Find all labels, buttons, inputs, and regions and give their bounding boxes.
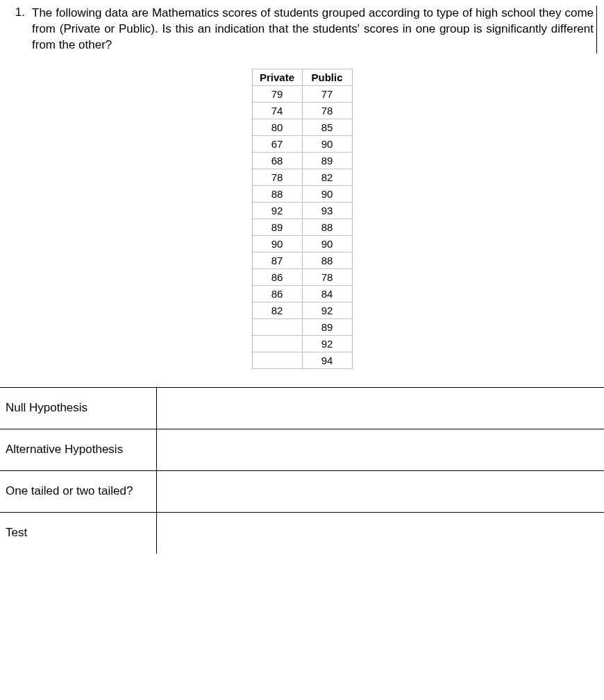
data-cell: 86: [252, 268, 302, 285]
table-row: 8085: [252, 119, 352, 135]
table-row: 9293: [252, 202, 352, 219]
data-cell: 89: [302, 152, 352, 169]
data-cell: 74: [252, 102, 302, 119]
data-cell: [252, 335, 302, 352]
table-row: 94: [252, 352, 352, 368]
answer-row: Test: [0, 512, 604, 553]
answer-label: Test: [0, 512, 156, 553]
table-row: 8988: [252, 219, 352, 235]
data-cell: 79: [252, 85, 302, 102]
data-cell: 80: [252, 119, 302, 135]
data-cell: [252, 318, 302, 335]
data-cell: 86: [252, 285, 302, 302]
table-row: 8890: [252, 185, 352, 202]
data-cell: 85: [302, 119, 352, 135]
answers-table: Null HypothesisAlternative HypothesisOne…: [0, 387, 604, 554]
question-number: 1.: [7, 6, 32, 19]
data-cell: 68: [252, 152, 302, 169]
data-cell: 88: [302, 252, 352, 268]
table-row: 9090: [252, 235, 352, 252]
data-cell: 77: [302, 85, 352, 102]
question-text: The following data are Mathematics score…: [32, 6, 594, 53]
data-cell: 78: [252, 169, 302, 185]
data-cell: 89: [252, 219, 302, 235]
data-cell: 90: [302, 135, 352, 152]
data-cell: 82: [252, 302, 302, 318]
answer-label: One tailed or two tailed?: [0, 470, 156, 512]
data-table: PrivatePublic797774788085679068897882889…: [252, 69, 353, 369]
data-cell: 92: [302, 335, 352, 352]
question-block: 1. The following data are Mathematics sc…: [7, 6, 597, 53]
data-cell: 92: [302, 302, 352, 318]
data-table-header: Private: [252, 69, 302, 85]
table-row: 6790: [252, 135, 352, 152]
answer-row: Null Hypothesis: [0, 387, 604, 429]
data-cell: 93: [302, 202, 352, 219]
table-row: 7882: [252, 169, 352, 185]
answer-value: [156, 512, 604, 553]
table-row: 8684: [252, 285, 352, 302]
data-cell: 84: [302, 285, 352, 302]
data-cell: 78: [302, 268, 352, 285]
data-cell: 94: [302, 352, 352, 368]
data-cell: 67: [252, 135, 302, 152]
answer-label: Null Hypothesis: [0, 387, 156, 429]
data-cell: 90: [302, 185, 352, 202]
table-row: 7977: [252, 85, 352, 102]
table-row: 7478: [252, 102, 352, 119]
data-cell: 89: [302, 318, 352, 335]
data-cell: 82: [302, 169, 352, 185]
table-row: 8678: [252, 268, 352, 285]
table-row: 8788: [252, 252, 352, 268]
data-cell: [252, 352, 302, 368]
table-row: 89: [252, 318, 352, 335]
answer-value: [156, 470, 604, 512]
answer-value: [156, 387, 604, 429]
answer-value: [156, 429, 604, 470]
data-cell: 78: [302, 102, 352, 119]
table-row: 8292: [252, 302, 352, 318]
answer-row: Alternative Hypothesis: [0, 429, 604, 470]
answer-row: One tailed or two tailed?: [0, 470, 604, 512]
data-cell: 90: [252, 235, 302, 252]
answer-label: Alternative Hypothesis: [0, 429, 156, 470]
data-cell: 92: [252, 202, 302, 219]
data-cell: 88: [302, 219, 352, 235]
data-table-header: Public: [302, 69, 352, 85]
table-row: 92: [252, 335, 352, 352]
table-row: 6889: [252, 152, 352, 169]
data-cell: 90: [302, 235, 352, 252]
data-cell: 87: [252, 252, 302, 268]
data-cell: 88: [252, 185, 302, 202]
